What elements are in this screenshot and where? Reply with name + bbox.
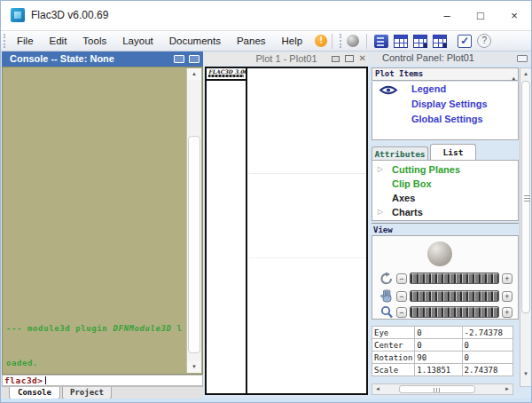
tab-project[interactable]: Project — [62, 387, 112, 399]
menu-panes[interactable]: Panes — [230, 33, 273, 49]
control-float-button[interactable] — [517, 55, 528, 62]
tree-item-cutting-planes[interactable]: ▷ Cutting Planes — [372, 162, 518, 177]
scale-value-1[interactable]: 1.13851 — [415, 364, 462, 376]
plot-float-button[interactable] — [332, 56, 340, 62]
scroll-up-icon[interactable]: ▲ — [520, 68, 531, 79]
control-panel-header[interactable]: Control Panel: Plot01 — [370, 52, 532, 65]
window-controls: – □ × — [430, 1, 531, 30]
menu-tools[interactable]: Tools — [75, 33, 113, 49]
rotation-label: Rotation — [372, 352, 415, 364]
view-controls: − + − + — [372, 235, 519, 320]
help-icon[interactable]: ? — [477, 34, 491, 48]
plot-panel-header[interactable]: Plot 1 - Plot01 ✕ — [204, 52, 369, 66]
plot-grid-icon-1[interactable] — [394, 35, 408, 48]
menu-documents[interactable]: Documents — [162, 33, 228, 49]
warning-icon[interactable]: ! — [315, 35, 327, 47]
console-header-title: Console -- State: None — [10, 53, 114, 64]
v-scrollbar-thumb[interactable] — [521, 81, 530, 313]
menu-file[interactable]: File — [10, 33, 41, 49]
control-panel-scrollbar[interactable]: ▲ ▼ — [520, 67, 532, 387]
console-maximize-button[interactable] — [189, 55, 200, 63]
plot-legend-column: FLAC3D 3.00 — [207, 68, 247, 393]
minimize-button[interactable]: – — [430, 1, 464, 30]
console-scrollbar-thumb[interactable] — [188, 136, 200, 353]
zoom-magnifier-icon[interactable] — [379, 305, 394, 319]
expand-triangle-icon[interactable]: ▷ — [378, 162, 383, 177]
plot-gridline — [249, 257, 366, 258]
toolbar-drag-handle-2[interactable] — [340, 34, 344, 48]
plot-panel: Plot 1 - Plot01 ✕ FLAC3D 3.00 — [204, 52, 369, 399]
scale-value-2[interactable]: 2.74378 — [462, 364, 512, 376]
zoom-minus-button[interactable]: − — [396, 307, 407, 318]
plot-viewport[interactable]: FLAC3D 3.00 — [205, 67, 368, 395]
expand-triangle-icon[interactable]: ▷ — [378, 205, 383, 219]
plot-grid-icon-3[interactable] — [433, 35, 447, 48]
rotation-value-2[interactable]: 0 — [462, 352, 512, 364]
zoom-slider[interactable] — [410, 306, 499, 318]
rotation-value-1[interactable]: 90 — [415, 352, 462, 364]
pan-slider[interactable] — [410, 290, 499, 302]
tree-item-charts[interactable]: ▷ Charts — [372, 205, 518, 219]
rotate-slider[interactable] — [410, 273, 499, 284]
table-horizontal-scrollbar[interactable]: ◄ ► — [372, 383, 513, 395]
zoom-plus-button[interactable]: + — [502, 307, 512, 318]
plot-items-section-header[interactable]: Plot Items ▲ — [372, 67, 519, 81]
menu-edit[interactable]: Edit — [43, 33, 74, 49]
scroll-up-icon[interactable]: ▲ — [187, 68, 201, 80]
console-command-input[interactable]: flac3d> — [2, 375, 203, 386]
legend-subtitle-bar — [208, 75, 244, 77]
plot-close-icon[interactable]: ✕ — [359, 55, 366, 62]
tab-attributes[interactable]: Attributes — [372, 146, 428, 160]
center-value-2[interactable]: 0 — [462, 339, 512, 352]
pan-minus-button[interactable]: − — [396, 291, 407, 302]
eye-value-1[interactable]: 0 — [415, 327, 462, 339]
confirm-checkbox-icon[interactable] — [458, 35, 472, 48]
legend-link[interactable]: Legend — [411, 82, 446, 97]
console-panel-header[interactable]: Console -- State: None — [2, 51, 203, 67]
center-value-1[interactable]: 0 — [415, 339, 462, 352]
tree-item-axes[interactable]: Axes — [372, 191, 518, 205]
console-output[interactable]: --- module3d plugin DFNModule3D l oaded.… — [2, 67, 203, 375]
plot-grid-icon-2[interactable] — [413, 35, 427, 48]
plot-legend-header: FLAC3D 3.00 — [207, 68, 246, 81]
rotate-plus-button[interactable]: + — [502, 273, 512, 284]
view-trackball[interactable] — [427, 241, 452, 266]
pan-plus-button[interactable]: + — [502, 291, 512, 302]
h-scrollbar-thumb[interactable] — [399, 385, 475, 393]
scroll-down-icon[interactable]: ▼ — [187, 361, 201, 373]
eye-value-2[interactable]: -2.74378 — [462, 327, 512, 339]
scroll-down-icon[interactable]: ▼ — [520, 368, 531, 379]
plot-gridline — [249, 173, 366, 174]
console-scrollbar[interactable]: ▲ ▼ — [186, 68, 201, 373]
toolbar-drag-handle[interactable] — [4, 34, 8, 48]
menu-layout[interactable]: Layout — [115, 33, 160, 49]
plot-maximize-button[interactable] — [345, 55, 354, 62]
plot-items-title: Plot Items — [375, 69, 423, 78]
list-item[interactable]: Legend — [372, 82, 518, 97]
console-panel: Console -- State: None --- module3d plug… — [2, 51, 203, 399]
list-item[interactable]: Display Settings — [372, 97, 518, 112]
rotate-minus-button[interactable]: − — [396, 273, 407, 284]
scroll-right-icon[interactable]: ► — [502, 384, 512, 394]
menu-help[interactable]: Help — [275, 33, 310, 49]
trackball-view-icon[interactable] — [347, 35, 359, 47]
view-section-header: View — [372, 223, 519, 234]
rotate-icon[interactable] — [379, 272, 394, 285]
control-panel: Control Panel: Plot01 Plot Items ▲ Legen… — [370, 52, 532, 399]
print-plot-icon[interactable] — [374, 35, 388, 48]
display-settings-link[interactable]: Display Settings — [411, 97, 488, 112]
toolbar-separator — [332, 34, 332, 49]
console-float-button[interactable] — [174, 55, 184, 63]
tree-item-clip-box[interactable]: Clip Box — [372, 177, 518, 191]
toolbar-separator-2 — [366, 34, 367, 49]
maximize-button[interactable]: □ — [464, 1, 497, 30]
tab-console[interactable]: Console — [9, 387, 60, 399]
close-button[interactable]: × — [497, 1, 531, 30]
tab-list[interactable]: List — [430, 144, 476, 160]
scroll-left-icon[interactable]: ◄ — [372, 384, 383, 394]
control-tab-bar: Attributes List — [372, 144, 519, 160]
global-settings-link[interactable]: Global Settings — [411, 112, 483, 127]
pan-hand-icon[interactable] — [379, 289, 394, 303]
eye-icon[interactable] — [379, 85, 398, 95]
list-item[interactable]: Global Settings — [372, 112, 518, 127]
